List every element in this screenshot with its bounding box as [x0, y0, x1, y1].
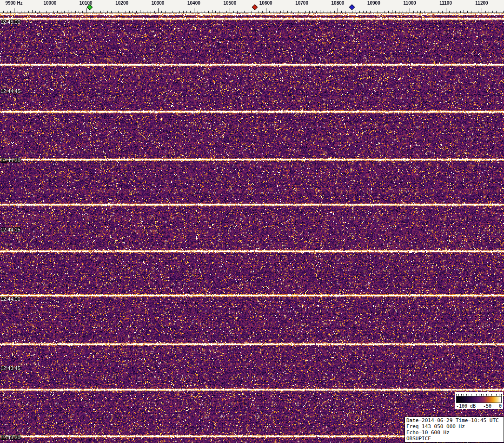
spectrogram-canvas	[0, 13, 504, 443]
freq-tick-label: 9900 Hz	[5, 0, 22, 6]
frequency-ruler: 9900 Hz100001010010200103001040010500106…	[0, 0, 504, 13]
freq-tick-label: 11000	[404, 0, 416, 6]
waterfall-area: 12:45:0012:44:4512:44:3012:44:1512:44:00…	[0, 13, 504, 443]
info-date-line: Date=2014-06-29 Time=10:45 UTC	[406, 417, 502, 423]
colorbar-labels: -100 dB -50 0	[456, 403, 502, 409]
colorbar-tick-marks	[456, 394, 502, 396]
freq-tick-label: 10200	[115, 0, 128, 6]
freq-tick-label: 10900	[367, 0, 380, 6]
time-tick-label: 12:44:30	[0, 158, 20, 163]
freq-tick-label: 11100	[439, 0, 452, 6]
freq-tick-label: 10800	[332, 0, 345, 6]
freq-tick-label: 10000	[43, 0, 56, 6]
freq-tick-label: 10500	[223, 0, 236, 6]
colorbar-max-label: 0	[499, 403, 502, 409]
freq-tick-label: 10400	[187, 0, 200, 6]
info-echo-line: Echo=10 600 Hz	[406, 430, 502, 436]
time-tick-label: 12:44:00	[0, 296, 20, 302]
colorbar-legend: -100 dB -50 0	[455, 392, 503, 409]
colorbar-gradient	[456, 396, 502, 403]
info-freq-line: Freq=143 050 000 Hz	[406, 423, 502, 430]
freq-tick-label: 10700	[295, 0, 308, 6]
info-station-line: OBSUPICE	[406, 436, 502, 442]
time-tick-label: 12:45:00	[0, 19, 20, 25]
colorbar-mid-label: -50	[483, 403, 491, 409]
spectrogram-app: 9900 Hz100001010010200103001040010500106…	[0, 0, 504, 443]
freq-tick-label: 11200	[475, 0, 488, 6]
freq-tick-label: 10300	[152, 0, 165, 6]
time-tick-label: 12:43:45	[0, 365, 20, 371]
time-tick-label: 12:43:30	[0, 435, 20, 440]
time-tick-label: 12:44:45	[0, 88, 20, 94]
colorbar-min-label: -100 dB	[456, 403, 476, 409]
freq-tick-label: 10600	[259, 0, 272, 6]
observation-info-box: Date=2014-06-29 Time=10:45 UTC Freq=143 …	[405, 417, 504, 443]
time-tick-label: 12:44:15	[0, 227, 20, 232]
